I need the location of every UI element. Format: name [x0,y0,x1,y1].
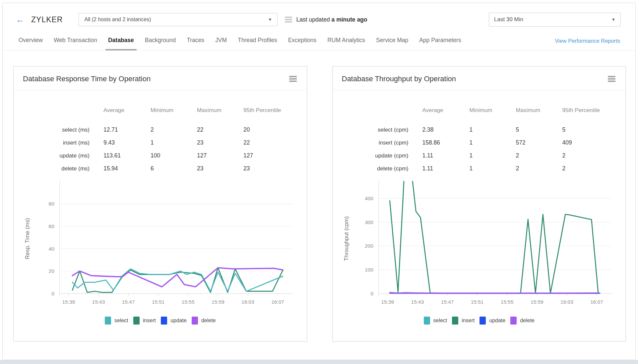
tab-database[interactable]: Database [108,31,134,50]
legend-item-select[interactable]: select [105,317,128,325]
svg-text:15:51: 15:51 [471,299,483,305]
series-line-delete [72,268,283,287]
legend-label: delete [520,318,535,324]
table-corner-cell [342,97,422,123]
table-value: 1.11 [422,162,470,175]
tab-service-map[interactable]: Service Map [376,31,408,50]
dashboard-content: Database Response Time by Operation Aver… [3,51,635,342]
svg-text:15:43: 15:43 [92,299,105,305]
svg-text:15:43: 15:43 [411,299,424,305]
time-range-dropdown[interactable]: Last 30 Min ▼ [489,13,621,27]
table-value: 5 [562,123,612,136]
tab-web-transaction[interactable]: Web Transaction [54,31,97,50]
svg-text:100: 100 [364,267,373,273]
column-header: Average [103,97,151,123]
series-line-insert [390,179,598,293]
table-value: 2 [516,149,562,162]
svg-text:60: 60 [49,223,54,229]
svg-text:200: 200 [364,243,373,249]
row-label: insert (ms) [23,136,103,149]
card-menu-icon[interactable] [288,75,298,83]
legend-swatch-update [161,317,167,325]
response-time-stats-table: AverageMinimumMaximum95th Percentilesele… [14,90,307,175]
response-time-chart[interactable]: 02040608015:3915:4315:4715:5115:5515:591… [14,179,307,312]
scope-selector-value: All (2 hosts and 2 instances) [84,17,151,23]
column-header: Minimum [470,97,516,123]
legend-item-insert[interactable]: insert [133,317,156,325]
table-value: 22 [243,136,293,149]
legend-item-update[interactable]: update [161,317,187,325]
svg-text:15:47: 15:47 [441,299,454,305]
throughput-chart[interactable]: 010020030040015:3915:4315:4715:5115:5515… [333,179,626,312]
tab-overview[interactable]: Overview [19,31,43,50]
legend-label: insert [143,318,156,324]
throughput-card: Database Throughput by Operation Average… [332,66,626,342]
table-value: 1 [470,123,516,136]
table-value: 2 [562,149,612,162]
table-value: 409 [562,136,612,149]
table-value: 1.11 [422,149,470,162]
card-header: Database Response Time by Operation [14,67,307,90]
table-value: 15.94 [103,162,151,175]
tab-traces[interactable]: Traces [187,31,204,50]
column-header: 95th Percentile [562,97,600,123]
column-header: Maximum [197,97,243,123]
legend-swatch-delete [510,317,517,325]
table-corner-cell [23,97,103,123]
legend-item-insert[interactable]: insert [452,317,475,325]
row-label: update (ms) [23,149,103,162]
legend-item-update[interactable]: update [479,317,505,325]
table-value: 2 [562,162,612,175]
tab-rum-analytics[interactable]: RUM Analytics [327,31,365,50]
svg-text:Resp. Time (ms): Resp. Time (ms) [24,218,31,259]
back-arrow-icon[interactable]: ← [16,15,25,24]
throughput-stats-table: AverageMinimumMaximum95th Percentilesele… [333,90,626,175]
table-value: 2 [516,162,562,175]
table-value: 127 [243,149,293,162]
tab-jvm[interactable]: JVM [215,31,227,50]
tab-list: OverviewWeb TransactionDatabaseBackgroun… [19,31,461,50]
legend-swatch-select [105,317,111,325]
table-value: 158.86 [422,136,470,149]
legend-swatch-delete [192,317,198,325]
row-label: select (ms) [23,123,103,136]
legend-item-delete[interactable]: delete [510,317,535,325]
card-title: Database Response Time by Operation [23,75,151,83]
column-header: Average [422,97,470,123]
legend-item-delete[interactable]: delete [192,317,216,325]
caret-down-icon: ▼ [268,17,272,22]
performance-reports-link[interactable]: View Performance Reports [555,38,620,44]
legend-label: select [433,318,447,324]
list-menu-icon[interactable] [285,17,292,23]
table-value: 20 [243,123,293,136]
tab-thread-profiles[interactable]: Thread Profiles [238,31,277,50]
svg-text:0: 0 [51,291,54,296]
scope-selector-dropdown[interactable]: All (2 hosts and 2 instances) ▼ [79,13,278,26]
column-header: 95th Percentile [243,97,281,123]
table-value: 2 [151,123,197,136]
caret-down-icon: ▼ [611,17,615,22]
time-range-value: Last 30 Min [494,16,523,23]
topbar: ← ZYLKER All (2 hosts and 2 instances) ▼… [3,8,635,31]
card-menu-icon[interactable] [606,75,617,83]
table-value: 100 [151,149,197,162]
svg-text:16:07: 16:07 [271,299,284,305]
tab-exceptions[interactable]: Exceptions [288,31,317,50]
table-value: 113.61 [103,149,151,162]
svg-text:15:39: 15:39 [381,299,394,305]
row-label: delete (ms) [23,162,103,175]
svg-text:40: 40 [49,246,54,252]
svg-text:16:03: 16:03 [560,299,573,305]
row-label: delete (cpm) [342,162,422,175]
page-container: ← ZYLKER All (2 hosts and 2 instances) ▼… [2,3,636,360]
last-updated-text: Last updated a minute ago [296,16,367,23]
app-title: ZYLKER [31,15,63,24]
column-header: Maximum [516,97,562,123]
nav-tabs: OverviewWeb TransactionDatabaseBackgroun… [3,31,635,51]
tab-app-parameters[interactable]: App Parameters [419,31,461,50]
tab-background[interactable]: Background [145,31,176,50]
legend-item-select[interactable]: select [424,317,447,325]
table-value: 23 [197,162,243,175]
table-value: 6 [151,162,197,175]
legend-label: insert [462,318,475,324]
